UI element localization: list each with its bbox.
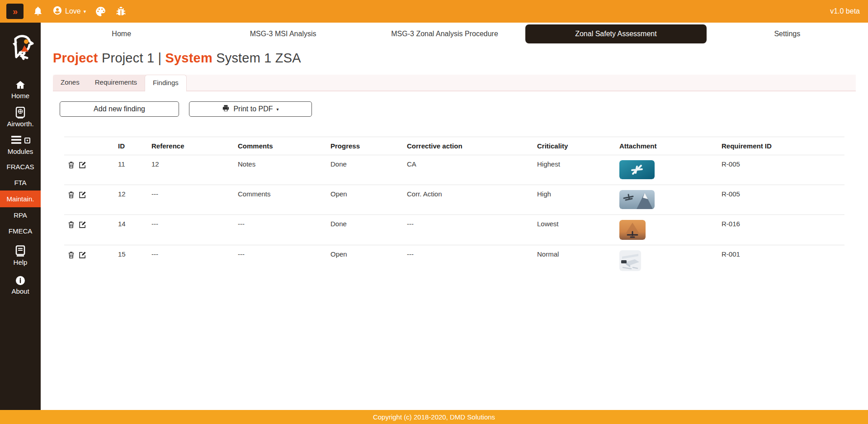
main-area: Home MSG-3 MSI Analysis MSG-3 Zonal Anal… — [41, 23, 868, 410]
cell-reference: 12 — [148, 155, 234, 185]
add-new-finding-button[interactable]: Add new finding — [60, 101, 179, 117]
table-header-row: ID Reference Comments Progress Correctiv… — [64, 137, 844, 155]
cell-requirement-id: R-005 — [718, 185, 844, 215]
cell-corrective-action: CA — [403, 155, 533, 185]
title-separator: | — [158, 51, 162, 65]
column-header-id: ID — [114, 137, 148, 155]
cell-corrective-action: --- — [403, 215, 533, 245]
system-value: System 1 ZSA — [216, 51, 301, 65]
column-header-requirement-id: Requirement ID — [718, 137, 844, 155]
footer: Copyright (c) 2018-2020, DMD Solutions — [0, 410, 868, 424]
sidebar-item-label: Maintain. — [7, 195, 34, 203]
sidebar-item-airworthiness[interactable]: Airworth. — [0, 103, 41, 131]
attachment-thumbnail[interactable] — [619, 220, 714, 240]
delete-button[interactable] — [68, 191, 75, 199]
cell-progress: Done — [327, 155, 403, 185]
column-header-comments: Comments — [234, 137, 327, 155]
sidebar-item-fmeca[interactable]: FMECA — [0, 223, 41, 239]
print-to-pdf-button[interactable]: Print to PDF ▾ — [189, 101, 312, 117]
sidebar-item-label: About — [11, 287, 29, 295]
copyright-label: Copyright (c) 2018-2020, DMD Solutions — [373, 413, 495, 421]
user-name-label: Love — [65, 7, 81, 15]
nav-item-zonal-safety-assessment[interactable]: Zonal Safety Assessment — [525, 24, 706, 43]
user-menu[interactable]: Love ▾ — [52, 5, 86, 17]
cell-reference: --- — [148, 215, 234, 245]
column-header-criticality: Criticality — [533, 137, 616, 155]
sidebar-item-maintain[interactable]: Maintain. — [0, 191, 41, 207]
cell-id: 14 — [114, 215, 148, 245]
nav-item-msg3-zonal-analysis-procedure[interactable]: MSG-3 Zonal Analysis Procedure — [364, 23, 525, 45]
sidebar-item-rpa[interactable]: RPA — [0, 207, 41, 223]
edit-button[interactable] — [79, 191, 86, 199]
top-bar: » Love ▾ v1.0 beta — [0, 0, 868, 23]
cell-corrective-action: --- — [403, 245, 533, 276]
cell-corrective-action: Corr. Action — [403, 185, 533, 215]
cell-comments: Notes — [234, 155, 327, 185]
version-label: v1.0 beta — [830, 7, 860, 15]
sidebar-toggle-button[interactable]: » — [6, 4, 24, 19]
chevron-down-icon: ▾ — [277, 107, 279, 112]
tab-requirements[interactable]: Requirements — [87, 75, 145, 91]
sidebar-item-label: FRACAS — [7, 163, 34, 171]
sidebar-item-label: Airworth. — [7, 120, 33, 128]
edit-button[interactable] — [79, 161, 86, 169]
sidebar-item-label: Help — [14, 258, 28, 266]
tab-strip: Zones Requirements Findings — [53, 75, 856, 91]
tab-zones[interactable]: Zones — [53, 75, 87, 91]
table-row: 15 --- --- Open --- Normal R-001 — [64, 245, 844, 276]
sidebar-item-modules[interactable]: ▾ Modules — [0, 131, 41, 159]
table-row: 11 12 Notes Done CA Highest R-005 — [64, 155, 844, 185]
nav-item-home[interactable]: Home — [41, 23, 202, 45]
theme-button[interactable] — [95, 6, 106, 17]
delete-button[interactable] — [68, 251, 75, 259]
delete-button[interactable] — [68, 221, 75, 229]
sidebar-item-about[interactable]: About — [0, 272, 41, 299]
cell-requirement-id: R-001 — [718, 245, 844, 276]
edit-button[interactable] — [79, 221, 86, 229]
robin-logo — [6, 33, 34, 64]
project-value: Project 1 — [102, 51, 154, 65]
tab-findings[interactable]: Findings — [145, 75, 187, 91]
column-header-reference: Reference — [148, 137, 234, 155]
cell-criticality: Lowest — [533, 215, 616, 245]
cell-progress: Open — [327, 185, 403, 215]
home-icon — [0, 80, 41, 91]
sidebar-item-fta[interactable]: FTA — [0, 175, 41, 191]
sidebar-item-fracas[interactable]: FRACAS — [0, 159, 41, 175]
cell-comments: Comments — [234, 185, 327, 215]
cell-requirement-id: R-016 — [718, 215, 844, 245]
sidebar-item-help[interactable]: Help — [0, 242, 41, 270]
column-header-attachment: Attachment — [616, 137, 718, 155]
findings-table: ID Reference Comments Progress Correctiv… — [64, 137, 844, 276]
info-icon — [0, 275, 41, 286]
nav-item-settings[interactable]: Settings — [707, 23, 868, 45]
sidebar-item-home[interactable]: Home — [0, 76, 41, 103]
notifications-button[interactable] — [33, 6, 43, 17]
sidebar-item-label: Home — [11, 92, 29, 100]
actions-column-header — [64, 137, 114, 155]
cell-reference: --- — [148, 245, 234, 276]
bell-icon — [33, 6, 43, 17]
book-icon — [0, 245, 41, 257]
modules-dropdown-icon: ▾ — [24, 138, 30, 143]
delete-button[interactable] — [68, 161, 75, 169]
cell-progress: Done — [327, 215, 403, 245]
sidebar-item-label: Modules — [8, 148, 33, 155]
printer-icon — [222, 105, 230, 114]
attachment-thumbnail[interactable] — [619, 190, 714, 209]
debug-button[interactable] — [115, 6, 127, 17]
cell-progress: Open — [327, 245, 403, 276]
sidebar: Home Airworth. ▾ Modules FRACAS FTA Main… — [0, 23, 41, 410]
cell-id: 15 — [114, 245, 148, 276]
nav-item-msg3-msi-analysis[interactable]: MSG-3 MSI Analysis — [202, 23, 363, 45]
attachment-thumbnail[interactable] — [619, 250, 714, 271]
cell-id: 12 — [114, 185, 148, 215]
cell-criticality: Highest — [533, 155, 616, 185]
cell-comments: --- — [234, 245, 327, 276]
attachment-thumbnail[interactable] — [619, 160, 714, 179]
edit-button[interactable] — [79, 251, 86, 259]
column-header-corrective-action: Corrective action — [403, 137, 533, 155]
toolbar: Add new finding Print to PDF ▾ — [60, 101, 856, 117]
print-button-label: Print to PDF — [233, 105, 273, 113]
system-label: System — [165, 51, 212, 65]
